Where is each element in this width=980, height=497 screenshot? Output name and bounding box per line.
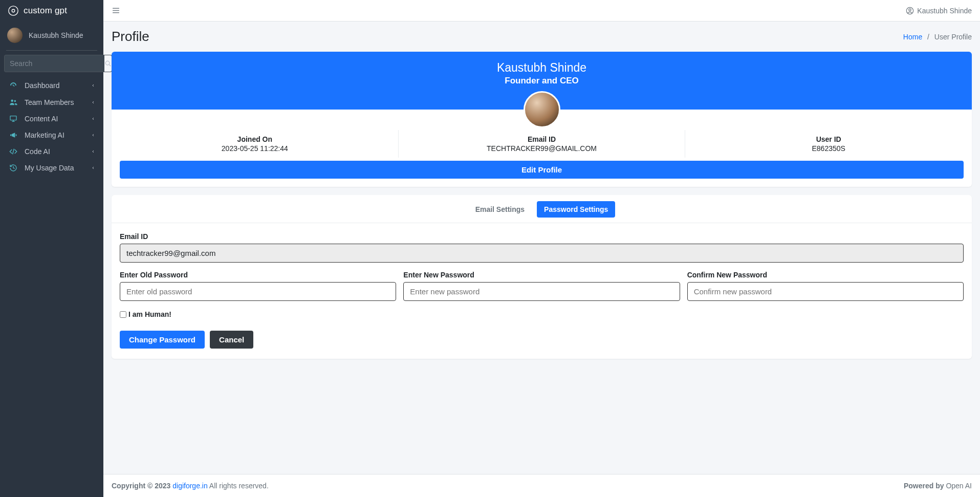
confirm-password-label: Confirm New Password bbox=[687, 271, 964, 279]
main: Kaustubh Shinde Profile Home / User Prof… bbox=[103, 0, 980, 497]
chevron-left-icon bbox=[91, 83, 95, 88]
sidebar-nav: Dashboard Team Members Content AI bbox=[0, 77, 103, 176]
profile-avatar bbox=[524, 91, 560, 128]
page-title: Profile bbox=[112, 29, 149, 45]
chevron-left-icon bbox=[91, 133, 95, 137]
bullhorn-icon bbox=[8, 131, 18, 139]
sidebar-username: Kaustubh Shinde bbox=[29, 31, 83, 39]
nav-label: My Usage Data bbox=[25, 164, 74, 172]
nav-label: Code AI bbox=[25, 147, 50, 156]
footer-right: Powered by Open AI bbox=[904, 482, 972, 490]
sidebar-avatar bbox=[7, 28, 23, 43]
sidebar-item-marketing-ai[interactable]: Marketing AI bbox=[3, 127, 100, 143]
profile-card: Kaustubh Shinde Founder and CEO Joined O… bbox=[112, 52, 972, 187]
sidebar-item-team-members[interactable]: Team Members bbox=[3, 94, 100, 111]
code-icon bbox=[8, 147, 18, 156]
brand-text: custom gpt bbox=[24, 6, 67, 16]
email-label: Email ID bbox=[120, 232, 964, 241]
content: Profile Home / User Profile Kaustubh Shi… bbox=[103, 21, 980, 474]
sidebar-item-code-ai[interactable]: Code AI bbox=[3, 143, 100, 160]
stat-value: E862350S bbox=[685, 144, 972, 153]
profile-hero: Kaustubh Shinde Founder and CEO bbox=[112, 52, 972, 110]
stat-label: User ID bbox=[685, 135, 972, 143]
stat-joined: Joined On 2023-05-25 11:22:44 bbox=[112, 130, 398, 158]
password-form: Email ID Enter Old Password Enter New Pa… bbox=[112, 223, 972, 359]
stat-userid: User ID E862350S bbox=[685, 130, 972, 158]
sidebar-divider bbox=[6, 50, 97, 51]
old-password-input[interactable] bbox=[120, 282, 396, 301]
breadcrumb-current: User Profile bbox=[934, 33, 972, 41]
stat-email: Email ID TECHTRACKER99@GMAIL.COM bbox=[398, 130, 685, 158]
tab-password-settings[interactable]: Password Settings bbox=[537, 201, 615, 218]
edit-profile-button[interactable]: Edit Profile bbox=[120, 161, 964, 179]
powered-by: Open AI bbox=[946, 482, 972, 490]
svg-rect-5 bbox=[10, 116, 16, 120]
users-icon bbox=[8, 98, 18, 106]
topbar: Kaustubh Shinde bbox=[103, 0, 980, 21]
human-label[interactable]: I am Human! bbox=[128, 310, 171, 318]
brand-logo-icon bbox=[7, 5, 19, 17]
nav-label: Marketing AI bbox=[25, 131, 64, 139]
stat-label: Email ID bbox=[399, 135, 685, 143]
sidebar-user-panel[interactable]: Kaustubh Shinde bbox=[0, 21, 103, 50]
hamburger-icon bbox=[112, 6, 120, 15]
edit-profile-row: Edit Profile bbox=[112, 161, 972, 187]
human-checkbox[interactable] bbox=[120, 311, 126, 318]
page-header: Profile Home / User Profile bbox=[112, 29, 972, 45]
change-password-button[interactable]: Change Password bbox=[120, 331, 205, 349]
sidebar-item-my-usage[interactable]: My Usage Data bbox=[3, 160, 100, 176]
nav-label: Dashboard bbox=[25, 81, 60, 90]
sidebar-search bbox=[0, 55, 103, 72]
svg-point-13 bbox=[909, 9, 911, 11]
menu-toggle-button[interactable] bbox=[112, 6, 120, 15]
svg-point-0 bbox=[12, 9, 15, 12]
topbar-username: Kaustubh Shinde bbox=[917, 7, 972, 15]
settings-tabs: Email Settings Password Settings bbox=[112, 195, 972, 223]
powered-prefix: Powered by bbox=[904, 482, 946, 490]
sidebar: custom gpt Kaustubh Shinde Dashboard bbox=[0, 0, 103, 497]
nav-label: Team Members bbox=[25, 98, 74, 106]
chevron-left-icon bbox=[91, 166, 95, 170]
copyright-prefix: Copyright © 2023 bbox=[112, 482, 172, 490]
old-password-label: Enter Old Password bbox=[120, 271, 396, 279]
cancel-button[interactable]: Cancel bbox=[210, 331, 253, 349]
breadcrumb-home-link[interactable]: Home bbox=[903, 33, 922, 41]
nav-label: Content AI bbox=[25, 115, 58, 123]
footer-left: Copyright © 2023 digiforge.in All rights… bbox=[112, 482, 269, 490]
user-circle-icon bbox=[906, 7, 914, 15]
sidebar-item-content-ai[interactable]: Content AI bbox=[3, 111, 100, 127]
monitor-icon bbox=[8, 115, 18, 123]
settings-card: Email Settings Password Settings Email I… bbox=[112, 195, 972, 359]
breadcrumb-separator: / bbox=[927, 33, 929, 41]
brand[interactable]: custom gpt bbox=[0, 0, 103, 21]
footer: Copyright © 2023 digiforge.in All rights… bbox=[103, 474, 980, 497]
stat-label: Joined On bbox=[112, 135, 398, 143]
email-input[interactable] bbox=[120, 244, 964, 263]
stat-value: TECHTRACKER99@GMAIL.COM bbox=[399, 144, 685, 153]
history-icon bbox=[8, 164, 18, 172]
svg-point-3 bbox=[11, 99, 13, 102]
breadcrumb: Home / User Profile bbox=[903, 33, 972, 41]
topbar-user-menu[interactable]: Kaustubh Shinde bbox=[906, 7, 972, 15]
chevron-left-icon bbox=[91, 149, 95, 154]
chevron-left-icon bbox=[91, 117, 95, 121]
svg-point-4 bbox=[14, 100, 16, 102]
stat-value: 2023-05-25 11:22:44 bbox=[112, 144, 398, 153]
chevron-left-icon bbox=[91, 100, 95, 104]
new-password-input[interactable] bbox=[403, 282, 680, 301]
sidebar-item-dashboard[interactable]: Dashboard bbox=[3, 77, 100, 94]
footer-rights: All rights reserved. bbox=[209, 482, 269, 490]
sidebar-search-input[interactable] bbox=[4, 55, 104, 72]
profile-role: Founder and CEO bbox=[112, 76, 972, 86]
new-password-label: Enter New Password bbox=[403, 271, 680, 279]
svg-line-8 bbox=[13, 149, 14, 155]
profile-name: Kaustubh Shinde bbox=[112, 61, 972, 75]
confirm-password-input[interactable] bbox=[687, 282, 964, 301]
tab-email-settings[interactable]: Email Settings bbox=[468, 201, 532, 218]
footer-site-link[interactable]: digiforge.in bbox=[172, 482, 208, 490]
tachometer-icon bbox=[8, 81, 18, 90]
